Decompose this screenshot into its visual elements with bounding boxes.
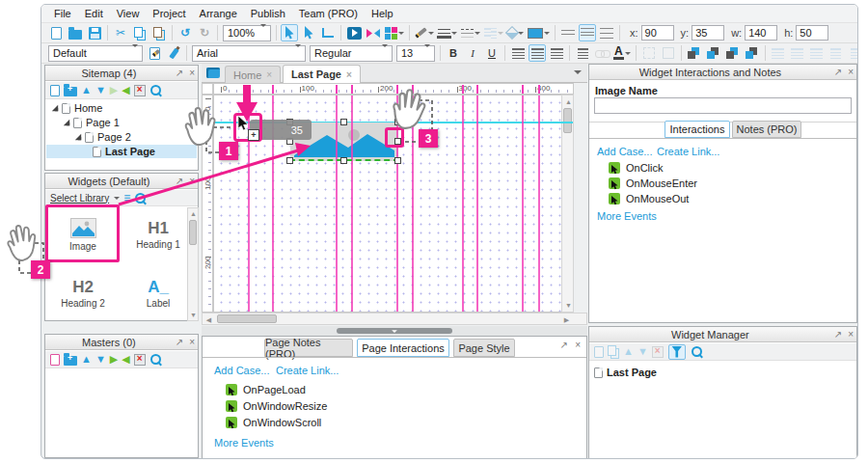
splitter-grip[interactable] (337, 328, 452, 334)
add-folder-icon[interactable] (64, 356, 77, 366)
bring-forward-button[interactable] (724, 44, 742, 62)
move-down-icon[interactable]: ▼ (95, 85, 106, 95)
arrow-style-button[interactable] (483, 24, 504, 41)
menu-team[interactable]: Team (PRO) (292, 6, 365, 21)
move-down-icon[interactable]: ▼ (637, 346, 648, 357)
move-up-icon[interactable]: ▲ (81, 85, 92, 95)
event-onwindowscroll[interactable]: OnWindowScroll (226, 417, 321, 428)
menu-project[interactable]: Project (146, 6, 192, 21)
expander-icon[interactable] (64, 120, 69, 125)
send-backward-button[interactable] (744, 44, 761, 62)
pointer-tool-button[interactable] (281, 24, 298, 41)
line-spacing-loose-button[interactable] (598, 24, 615, 41)
widget-item-heading2[interactable]: H2 Heading 2 (47, 266, 119, 320)
filter-button[interactable] (668, 344, 686, 360)
scroll-left-icon[interactable]: ◀ (203, 314, 214, 325)
scroll-down-icon[interactable]: ▼ (188, 310, 199, 320)
widget-item-label[interactable]: A_ Label (122, 266, 194, 320)
scroll-up-icon[interactable]: ▲ (188, 208, 199, 219)
event-onmouseenter[interactable]: OnMouseEnter (609, 177, 697, 189)
resize-handle-n[interactable] (340, 119, 347, 125)
fill-color-button[interactable] (527, 24, 551, 41)
tab-list-dropdown-icon[interactable] (574, 70, 582, 78)
delete-page-icon[interactable] (134, 85, 146, 96)
w-field[interactable]: 140 (745, 25, 777, 41)
ungroup-button[interactable] (660, 44, 677, 62)
align-objects-right-button[interactable] (808, 44, 826, 62)
align-left-button[interactable] (509, 44, 527, 62)
tab-home[interactable]: Home × (225, 66, 281, 83)
more-events-link[interactable]: More Events (214, 437, 274, 449)
line-spacing-top-button[interactable] (559, 24, 577, 41)
align-objects-left-button[interactable] (770, 44, 787, 62)
select-library-dropdown[interactable]: Select Library (50, 193, 109, 204)
add-master-icon[interactable] (50, 354, 60, 366)
tab-page-style[interactable]: Page Style (453, 339, 515, 357)
canvas-h-scrollbar[interactable]: ◀ ▶ (202, 313, 587, 325)
font-size-select[interactable]: 13 (396, 45, 435, 62)
close-panel-icon[interactable]: × (186, 177, 198, 186)
add-page-icon[interactable] (50, 85, 60, 96)
scroll-thumb[interactable] (189, 220, 197, 245)
zoom-select[interactable]: 100% (223, 25, 271, 41)
create-link-link[interactable]: Create Link... (276, 365, 339, 376)
menu-help[interactable]: Help (365, 6, 400, 21)
border-color-button[interactable] (414, 24, 435, 41)
widget-library-button[interactable] (384, 24, 405, 41)
menu-arrange[interactable]: Arrange (193, 6, 244, 21)
insert-link-button[interactable] (593, 44, 610, 62)
close-panel-icon[interactable]: × (572, 340, 583, 350)
tab-page-interactions[interactable]: Page Interactions (357, 339, 449, 357)
outdent-icon[interactable]: ◀ (122, 354, 129, 365)
expand-panel-icon[interactable]: ↗ (831, 68, 845, 77)
tab-notes-pro[interactable]: Notes (PRO) (732, 121, 801, 138)
create-link-link[interactable]: Create Link... (657, 146, 719, 157)
widgets-scrollbar[interactable]: ▲ ▼ (187, 207, 199, 321)
resize-handle-se[interactable] (394, 157, 401, 164)
delete-master-icon[interactable] (134, 354, 146, 366)
bold-button[interactable]: B (445, 44, 462, 62)
panel-splitter[interactable] (202, 326, 587, 336)
font-family-select[interactable]: Arial (192, 45, 306, 62)
tree-item-page2[interactable]: Page 2 (46, 130, 197, 144)
edit-style-button[interactable] (146, 44, 163, 62)
h-field[interactable]: 50 (796, 25, 828, 41)
line-weight-button[interactable] (437, 24, 458, 41)
canvas-v-scrollbar[interactable]: ▲ ▼ (561, 95, 574, 313)
close-panel-icon[interactable]: × (186, 338, 198, 347)
expand-panel-icon[interactable]: ↗ (831, 330, 845, 340)
tab-close-icon[interactable]: × (266, 69, 272, 80)
align-objects-center-button[interactable] (789, 44, 806, 62)
add-case-link[interactable]: Add Case... (214, 365, 269, 376)
expander-icon[interactable] (75, 134, 81, 140)
event-onwindowresize[interactable]: OnWindowResize (226, 400, 327, 412)
add-item-icon[interactable] (594, 346, 604, 358)
connector-tool-button[interactable] (319, 24, 337, 41)
group-button[interactable] (640, 44, 658, 62)
distribute-button[interactable] (847, 44, 858, 62)
search-icon[interactable] (149, 353, 162, 366)
tree-item-home[interactable]: Home (46, 101, 197, 115)
menu-edit[interactable]: Edit (78, 6, 110, 21)
indent-icon[interactable]: ▶ (110, 85, 118, 95)
send-to-back-button[interactable] (705, 44, 722, 62)
tab-page-notes[interactable]: Page Notes (PRO) (264, 339, 353, 357)
copy-button[interactable] (131, 24, 149, 41)
paste-button[interactable] (150, 24, 168, 41)
fill-bucket-button[interactable] (506, 24, 525, 41)
close-panel-icon[interactable]: × (186, 68, 198, 78)
expand-panel-icon[interactable]: ↗ (173, 177, 186, 186)
font-color-button[interactable]: A (612, 44, 632, 62)
expand-panel-icon[interactable]: ↗ (173, 68, 186, 78)
x-field[interactable]: 90 (641, 25, 674, 41)
close-panel-icon[interactable]: × (845, 68, 856, 77)
resize-handle-s[interactable] (340, 157, 347, 164)
event-onpageload[interactable]: OnPageLoad (226, 384, 306, 395)
manager-item-last-page[interactable]: Last Page (590, 366, 855, 379)
expand-panel-icon[interactable]: ↗ (173, 338, 186, 347)
align-center-button[interactable] (529, 44, 546, 62)
add-folder-icon[interactable] (64, 87, 77, 96)
event-onclick[interactable]: OnClick (609, 162, 664, 174)
pointer-alt-tool-button[interactable] (300, 24, 317, 41)
search-icon[interactable] (691, 345, 703, 358)
